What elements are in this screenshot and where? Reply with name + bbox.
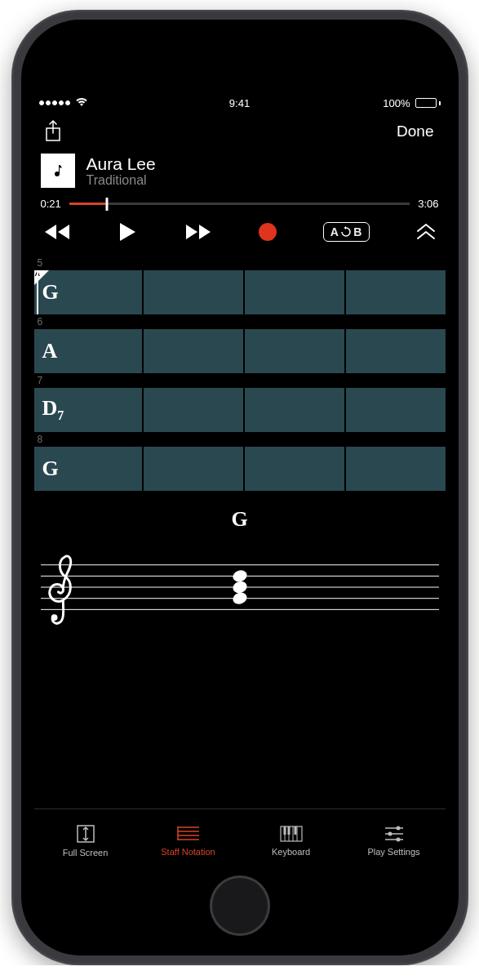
full-screen-icon — [75, 823, 96, 844]
play-icon — [118, 221, 137, 243]
song-header: Aura Lee Traditional — [34, 150, 446, 194]
done-button[interactable]: Done — [392, 119, 438, 144]
tab-label: Play Settings — [367, 847, 419, 857]
chord-notes-icon — [231, 568, 248, 606]
current-chord-label: G — [34, 507, 446, 532]
svg-point-10 — [231, 568, 248, 584]
svg-point-9 — [231, 580, 248, 595]
treble-clef-icon — [49, 556, 70, 623]
record-button[interactable] — [259, 223, 277, 241]
progress-fill — [69, 203, 107, 205]
transport-bar: A B — [34, 213, 446, 256]
collapse-button[interactable] — [415, 223, 437, 241]
svg-point-29 — [388, 831, 392, 835]
svg-point-8 — [231, 590, 248, 606]
staff-notation-area — [41, 543, 439, 636]
ab-label-a: A — [330, 225, 339, 238]
tab-staff-notation[interactable]: Staff Notation — [137, 824, 240, 857]
fast-forward-icon — [184, 222, 213, 242]
phone-frame: 9:41 100% Done — [11, 10, 468, 965]
status-bar: 9:41 100% — [34, 93, 446, 113]
loop-icon — [340, 226, 352, 238]
chord-cell[interactable]: G — [34, 270, 142, 314]
share-icon — [44, 120, 62, 143]
battery-pct: 100% — [383, 97, 410, 109]
screen: 9:41 100% Done — [34, 93, 446, 866]
chord-cell[interactable] — [144, 329, 243, 373]
nav-bar: Done — [34, 113, 446, 150]
svg-point-30 — [396, 837, 400, 841]
ab-label-b: B — [353, 225, 362, 238]
chord-cell[interactable] — [245, 447, 344, 491]
progress-knob[interactable] — [105, 198, 108, 211]
tab-play-settings[interactable]: Play Settings — [343, 824, 446, 857]
staff-notation-icon — [176, 824, 201, 844]
album-art[interactable] — [41, 154, 75, 188]
wifi-icon — [75, 97, 88, 109]
chord-cell[interactable]: G — [34, 447, 142, 491]
svg-rect-24 — [294, 826, 296, 835]
tab-label: Keyboard — [272, 847, 310, 857]
playhead-indicator — [37, 270, 38, 314]
ab-loop-button[interactable]: A B — [323, 222, 370, 242]
chord-cell[interactable] — [346, 329, 446, 373]
battery-icon — [415, 98, 441, 108]
chord-label: D7 — [42, 396, 64, 423]
fast-forward-button[interactable] — [184, 222, 213, 242]
chord-row[interactable]: GA — [34, 270, 446, 314]
tab-full-screen[interactable]: Full Screen — [34, 823, 137, 858]
tab-bar: Full Screen Staff Notation — [34, 808, 446, 866]
chord-cell[interactable] — [144, 270, 243, 314]
chord-cell[interactable] — [245, 388, 344, 432]
tab-label: Full Screen — [63, 848, 109, 858]
phone-bezel: 9:41 100% Done — [21, 20, 459, 956]
staff-svg — [41, 543, 439, 633]
chord-label: A — [42, 339, 58, 363]
chord-cell[interactable] — [346, 447, 446, 491]
status-time: 9:41 — [229, 97, 250, 109]
signal-dots — [39, 100, 70, 105]
time-elapsed: 0:21 — [41, 198, 61, 210]
svg-rect-1 — [49, 162, 67, 180]
chord-row[interactable]: A — [34, 329, 446, 373]
sliders-icon — [383, 824, 406, 844]
tab-keyboard[interactable]: Keyboard — [240, 824, 343, 857]
share-button[interactable] — [41, 119, 65, 144]
chord-cell[interactable] — [144, 388, 243, 432]
music-note-icon — [49, 162, 67, 180]
svg-rect-22 — [283, 826, 286, 835]
chord-label: G — [42, 457, 59, 481]
bar-number: 8 — [34, 432, 446, 447]
chord-row[interactable]: G — [34, 447, 446, 491]
song-subtitle: Traditional — [86, 173, 156, 188]
svg-point-7 — [51, 614, 57, 621]
time-total: 3:06 — [418, 198, 438, 210]
record-icon — [259, 223, 277, 241]
svg-point-28 — [396, 826, 400, 830]
chord-cell[interactable]: A — [34, 329, 142, 373]
bar-number: 6 — [34, 314, 446, 329]
keyboard-icon — [279, 824, 304, 844]
chord-grid: 5GA6A7D78G G — [34, 256, 446, 808]
home-button[interactable] — [210, 875, 270, 936]
bar-number: 7 — [34, 373, 446, 388]
svg-rect-23 — [287, 826, 290, 835]
chord-cell[interactable] — [346, 388, 446, 432]
bar-number: 5 — [34, 256, 446, 270]
play-button[interactable] — [118, 221, 137, 243]
progress-track[interactable] — [69, 203, 410, 205]
chord-cell[interactable] — [245, 329, 344, 373]
chord-cell[interactable]: D7 — [34, 388, 142, 432]
chord-cell[interactable] — [245, 270, 344, 314]
chevron-double-up-icon — [415, 223, 437, 241]
chord-row[interactable]: D7 — [34, 388, 446, 432]
rewind-button[interactable] — [42, 222, 72, 242]
rewind-icon — [42, 222, 72, 242]
song-title: Aura Lee — [86, 154, 156, 173]
chord-cell[interactable] — [144, 447, 243, 491]
tab-label: Staff Notation — [161, 847, 215, 857]
chord-cell[interactable] — [346, 270, 446, 314]
progress-row: 0:21 3:06 — [34, 194, 446, 213]
